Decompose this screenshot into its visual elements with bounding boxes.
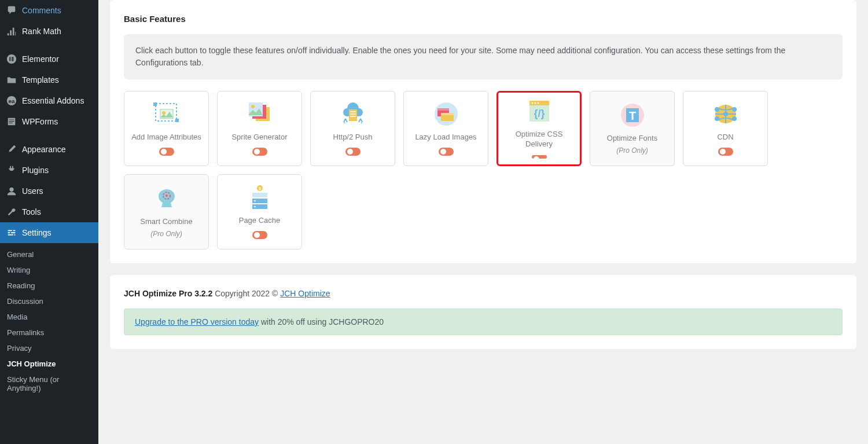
sliders-icon [6,227,17,238]
jch-optimize-link[interactable]: JCH Optimize [280,289,330,298]
forms-icon [6,116,17,127]
svg-point-33 [715,116,719,121]
svg-point-4 [9,188,13,192]
upgrade-rest: with 20% off using JCHGOPRO20 [259,317,384,326]
sidebar-item-rank-math[interactable]: Rank Math [0,21,98,42]
toggle-switch[interactable] [159,148,174,156]
sidebar-item-users[interactable]: Users [0,181,98,201]
sidebar-item-label: Plugins [22,166,49,175]
sidebar-item-comments[interactable]: Comments [0,0,98,21]
user-icon [6,185,17,197]
admin-sidebar: Comments Rank Math Elementor Templates e… [0,0,98,444]
feature-sprite-generator[interactable]: Sprite Generator [217,91,302,166]
feature-add-image-attributes[interactable]: Add Image Attributes [124,91,209,166]
feature-label: Optimize Fonts [607,134,657,144]
toggle-switch[interactable] [345,148,361,156]
svg-rect-14 [349,109,357,121]
sidebar-item-essential-addons[interactable]: ea Essential Addons [0,90,98,111]
svg-point-34 [732,116,737,121]
sidebar-item-label: Elementor [22,54,59,64]
sidebar-item-label: Rank Math [22,27,61,36]
toggle-switch[interactable] [439,148,454,156]
svg-point-30 [723,112,728,116]
svg-rect-42 [254,200,256,201]
product-name: JCH Optimize Pro 3.2.2 [124,289,212,298]
sidebar-item-elementor[interactable]: Elementor [0,49,98,69]
feature-label: Http/2 Push [333,133,373,142]
sub-item-reading[interactable]: Reading [0,278,98,293]
svg-rect-19 [441,113,454,115]
feature-lazy-load-images[interactable]: Lazy Load Images [403,91,488,166]
lazy-load-icon [431,101,461,127]
feature-label: Add Image Attributes [131,133,201,142]
sidebar-item-label: Settings [22,228,52,237]
toggle-switch[interactable] [252,231,267,239]
image-attributes-icon [152,101,182,127]
chart-icon [6,25,17,37]
sub-item-jch-optimize[interactable]: JCH Optimize [0,356,98,372]
elementor-icon [6,53,17,65]
sub-item-general[interactable]: General [0,247,98,262]
svg-rect-39 [252,193,267,197]
section-title: Basic Features [124,14,843,24]
sidebar-item-templates[interactable]: Templates [0,69,98,90]
pro-only-label: (Pro Only) [616,146,648,155]
sidebar-item-label: Essential Addons [22,96,84,105]
brain-icon [152,186,182,211]
sub-item-permalinks[interactable]: Permalinks [0,325,98,340]
svg-point-23 [534,102,536,104]
svg-text:T: T [628,109,635,122]
feature-page-cache[interactable]: $ Page Cache [217,174,302,249]
sub-item-sticky-menu[interactable]: Sticky Menu (or Anything!) [0,372,98,396]
sub-item-privacy[interactable]: Privacy [0,340,98,356]
svg-point-31 [715,107,719,112]
feature-optimize-fonts[interactable]: T Optimize Fonts (Pro Only) [590,91,675,166]
info-box: Click each button to toggle these featur… [124,34,843,79]
wrench-icon [6,206,17,218]
cloud-push-icon [338,101,368,127]
sidebar-item-label: Comments [22,6,61,15]
toggle-switch[interactable] [718,148,733,156]
brush-icon [6,144,17,155]
toggle-switch[interactable] [532,155,547,159]
copyright-text: Copyright 2022 © [212,289,280,298]
svg-point-13 [251,105,255,108]
feature-label: Page Cache [239,216,281,226]
feature-label: Smart Combine [140,217,192,227]
feature-http2-push[interactable]: Http/2 Push [310,91,395,166]
fonts-icon: T [617,102,648,128]
sidebar-item-settings[interactable]: Settings [0,222,98,243]
feature-label: Optimize CSS Delivery [504,130,574,149]
addons-icon: ea [6,95,17,107]
sub-item-writing[interactable]: Writing [0,262,98,278]
sidebar-item-tools[interactable]: Tools [0,201,98,222]
feature-optimize-css-delivery[interactable]: {/} Optimize CSS Delivery [496,91,582,166]
feature-grid: Add Image Attributes Sprite Generator Ht… [124,91,843,249]
svg-point-36 [165,195,168,197]
footer-text: JCH Optimize Pro 3.2.2 Copyright 2022 © … [124,289,843,298]
sidebar-item-label: Users [22,186,43,196]
pro-only-label: (Pro Only) [150,230,182,238]
sidebar-item-label: Tools [22,207,41,217]
sidebar-item-wpforms[interactable]: WPForms [0,111,98,132]
main-content: Basic Features Click each button to togg… [98,0,868,444]
sidebar-item-appearance[interactable]: Appearance [0,139,98,160]
feature-label: Lazy Load Images [415,133,476,142]
svg-point-24 [537,102,539,104]
sidebar-item-label: Appearance [22,145,66,154]
sub-item-media[interactable]: Media [0,309,98,325]
toggle-switch[interactable] [252,148,267,156]
plug-icon [6,164,17,176]
css-icon: {/} [524,98,554,124]
sub-item-discussion[interactable]: Discussion [0,293,98,309]
svg-rect-8 [153,102,157,106]
upgrade-link[interactable]: Upgrade to the PRO version today [135,317,259,326]
feature-smart-combine[interactable]: Smart Combine (Pro Only) [124,174,209,249]
footer-panel: JCH Optimize Pro 3.2.2 Copyright 2022 © … [110,275,856,349]
feature-label: Sprite Generator [231,133,287,142]
feature-label: CDN [717,133,733,142]
sidebar-item-plugins[interactable]: Plugins [0,160,98,181]
feature-cdn[interactable]: CDN [683,91,768,166]
sidebar-item-label: WPForms [22,117,58,126]
svg-point-22 [531,102,533,104]
